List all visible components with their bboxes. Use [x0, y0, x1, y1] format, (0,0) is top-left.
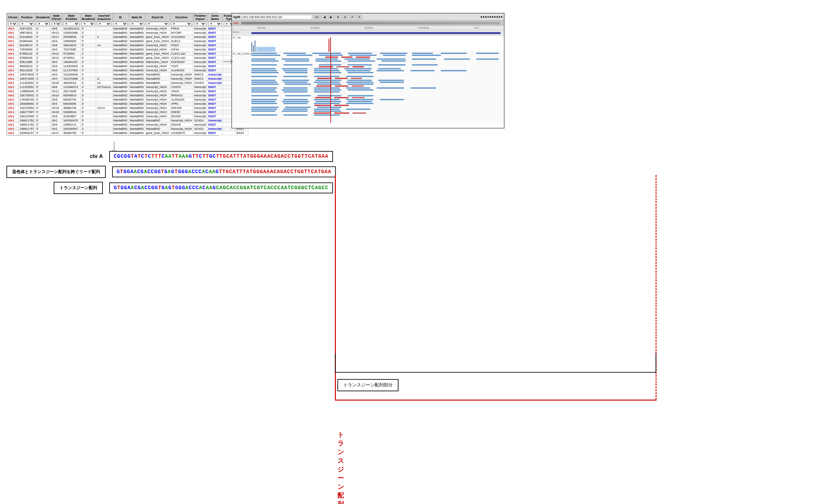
svg-rect-123 — [251, 109, 277, 110]
svg-rect-83 — [251, 87, 277, 89]
svg-rect-73 — [314, 82, 340, 83]
filter-chrom[interactable]: ▼ — [7, 22, 19, 27]
table-row[interactable]: chr1878954353'chr1297185515'MantaBNDMant… — [7, 56, 249, 60]
table-row[interactable]: chr11188583455'chr11262726983'MantaBNDMa… — [7, 89, 249, 94]
cell-mate-pos: 70373580 — [62, 48, 81, 52]
svg-rect-31 — [336, 62, 349, 63]
cell-chrom: chr1 — [7, 127, 19, 131]
table-row[interactable]: chr1935119883'chr31684812873'MantaBNDMan… — [7, 60, 249, 64]
svg-rect-46 — [251, 70, 277, 71]
table-row[interactable]: chr11567355025'chr14605068193'MantaBNDMa… — [7, 94, 249, 98]
igv-forward-button[interactable]: ▶ — [329, 15, 334, 19]
cell-breakend: 5' — [35, 52, 51, 56]
cell-mate-id: MantaBND — [129, 48, 145, 52]
cell-mate-pos: 105062586 — [62, 31, 81, 35]
table-row[interactable]: chr11968117973'chr21653506073'MantaBNDMa… — [7, 127, 249, 131]
filter-mate-chrom[interactable]: ▼ — [51, 22, 62, 27]
svg-rect-28 — [348, 60, 375, 62]
svg-rect-68 — [316, 80, 341, 81]
igv-zoom-in-button[interactable]: ⊕ — [335, 15, 341, 19]
table-row[interactable]: chr11968117825'chr21653504755'MantaBNDMa… — [7, 118, 249, 123]
cell-mate-chrom: chrX — [51, 73, 62, 77]
table-row[interactable]: chr11113535525'chr61120483733'GCTAGAAMan… — [7, 85, 249, 89]
cell-mate-breakend: 5' — [81, 56, 96, 60]
table-row[interactable]: chr1388708153'chr131050625863'MantaBNDMa… — [7, 31, 249, 35]
cell-position: 32973201 — [19, 27, 35, 31]
cell-gene-name: transcript — [207, 127, 223, 131]
table-row[interactable]: chr1992134285'chr41117078043'MantaBNDMan… — [7, 69, 249, 73]
cell-mate-breakend: 5' — [81, 123, 96, 127]
igv-zoom-out-button[interactable]: ⊖ — [342, 15, 348, 19]
cell-breakend: 5' — [35, 69, 51, 73]
filter-id[interactable]: ▼ — [112, 22, 129, 27]
filter-mate-breakend[interactable]: ▼ — [81, 22, 96, 27]
cell-chrom: chr1 — [7, 131, 19, 135]
table-row[interactable]: chr11968117825'chr6138552125'MantaBNDMan… — [7, 123, 249, 127]
cell-inserted-seq — [96, 60, 112, 64]
cell-chrom: chr1 — [7, 89, 19, 94]
cell-mate-chrom: chr2 — [51, 118, 62, 123]
cell-putative-impact: transcript — [193, 48, 207, 52]
igv-back-button[interactable]: ◀ — [322, 15, 327, 19]
filter-breakend[interactable]: ▼ — [35, 22, 51, 27]
filter-mate-pos[interactable]: ▼ — [62, 22, 81, 27]
cell-mate-pos: 112048373 — [62, 85, 81, 89]
table-row[interactable]: chr11083746095'chrX1013695565'MantaBNDMa… — [7, 73, 249, 77]
cell-event-id: transcript_HIGH — [145, 31, 170, 35]
seq3-p1: GGA — [121, 185, 131, 191]
cell-function: transcript_HIGH — [170, 118, 193, 123]
svg-rect-25 — [251, 60, 279, 62]
filter-event-id[interactable]: ▼ — [145, 22, 170, 27]
cell-inserted-seq — [96, 118, 112, 123]
table-row[interactable]: chr1329732015'chr616196510155'MantaBNDMa… — [7, 27, 249, 31]
cell-id: MantaBND — [112, 64, 129, 69]
filter-function[interactable]: ▼ — [170, 22, 193, 27]
svg-rect-129 — [314, 110, 341, 112]
cell-function: transcript_HIGH — [170, 81, 193, 85]
cell-inserted-seq — [96, 114, 112, 118]
cell-id: MantaBND — [112, 89, 129, 94]
seq3-green-section: C — [216, 185, 219, 191]
table-row[interactable]: chr1878951325'chr1297185642'MantaBNDMant… — [7, 52, 249, 56]
cell-mate-pos: 46999793 — [62, 131, 81, 135]
cell-putative-impact: transcript — [193, 43, 207, 48]
table-row[interactable]: chr11862778975'chr19526806165'MantaBNDMa… — [7, 110, 249, 114]
cell-id: MantaBND — [112, 106, 129, 110]
table-row[interactable]: chr11810792845'chr19368867063'ACAAMantaB… — [7, 106, 249, 110]
table-row[interactable]: chr11962193685'chr9324638875'MantaBNDMan… — [7, 114, 249, 118]
igv-viewer: hg38 Go ◀ ▶ ⊕ ⊖ ↺ ✕ ■ ■ ■ ■ ■ ■ ■ ■ ■ ■ … — [231, 13, 504, 129]
table-row[interactable]: chr12009262375'chr17469997935'MantaBNDMa… — [7, 131, 249, 135]
igv-refresh-button[interactable]: ↺ — [349, 15, 355, 19]
cell-mate-id: MantaBND — [129, 69, 145, 73]
svg-rect-114 — [251, 103, 277, 104]
cell-inserted-seq — [96, 52, 112, 56]
cell-putative-impact: SCN2A — [193, 118, 207, 123]
table-row[interactable]: chr11083749003'chrX1013709893'GMantaBNDM… — [7, 77, 249, 81]
seq1-p3: C — [141, 154, 145, 159]
cell-inserted-seq — [96, 110, 112, 114]
table-row[interactable]: chr1643844635'chr3190808055'MantaBNDMant… — [7, 39, 249, 43]
table-row[interactable]: chr11806989825'chr3845440903'MantaBNDMan… — [7, 102, 249, 106]
table-row[interactable]: chr11763967665'chr8692457455'MantaBNDMan… — [7, 98, 249, 102]
table-row[interactable]: chr1651065745'chr8186166245'AAMantaBNDMa… — [7, 43, 249, 48]
filter-gene-name[interactable]: ▼ — [207, 22, 223, 27]
table-row[interactable]: chr11113535525'chr20456450145'AAMantaBND… — [7, 81, 249, 85]
table-row[interactable]: chr1985035233'chr31143038333'MantaBNDMan… — [7, 64, 249, 69]
col-position: Position — [19, 14, 35, 22]
cell-mate-breakend: 5' — [81, 98, 96, 102]
cell-chrom: chr1 — [7, 110, 19, 114]
igv-go-button[interactable]: Go — [313, 15, 320, 19]
filter-position[interactable]: ▼ — [19, 22, 35, 27]
table-row[interactable]: chr1519189635'chr17205588385'CMantaBNDMa… — [7, 35, 249, 39]
cell-mate-pos: 18616624 — [62, 43, 81, 48]
cell-mate-breakend: 5' — [81, 48, 96, 52]
svg-rect-67 — [282, 80, 309, 81]
igv-close-button[interactable]: ✕ — [356, 15, 362, 19]
table-row[interactable]: chr1739399305'chrX703735805'MantaBNDMant… — [7, 48, 249, 52]
filter-mate-id[interactable]: ▼ — [129, 22, 145, 27]
igv-location-input[interactable] — [241, 15, 312, 19]
filter-putative-impact[interactable]: ▼ — [193, 22, 207, 27]
filter-inserted-seq[interactable]: ▼ — [96, 22, 112, 27]
cell-putative-impact: WWC3 — [193, 73, 207, 77]
cell-chrom: chr1 — [7, 73, 19, 77]
